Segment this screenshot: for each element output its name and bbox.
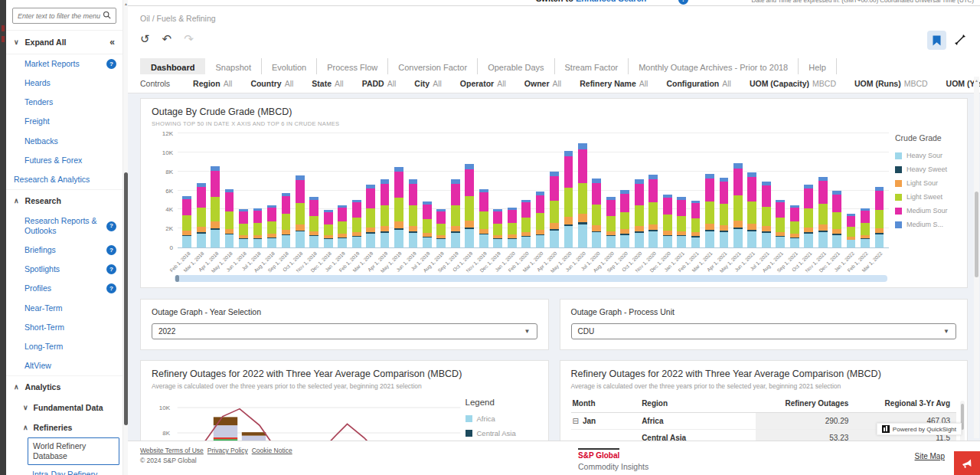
feedback-button[interactable] <box>954 451 980 475</box>
bar-sep-1-2018[interactable]: Sep 1, 2018 <box>279 133 292 247</box>
column-header-regional-3-yr-avg[interactable]: Regional 3-Yr Avg <box>854 396 956 413</box>
bar-nov-1-2020[interactable]: Nov 1, 2020 <box>646 133 660 247</box>
bar-jan-1-2020[interactable]: Jan 1, 2020 <box>505 133 518 247</box>
bar-mar-1-2018[interactable]: Mar 1, 2018 <box>194 133 207 247</box>
bookmark-button[interactable] <box>927 31 946 50</box>
bar-mar-1-2019[interactable]: Mar 1, 2019 <box>364 133 377 247</box>
help-badge-icon[interactable]: ? <box>106 59 116 69</box>
legend-item-central-asia[interactable]: Central Asia <box>466 429 537 437</box>
scroll-up-arrow-icon[interactable]: ▲ <box>123 2 129 6</box>
process-unit-dropdown[interactable]: CDU ▼ <box>571 323 957 339</box>
bar-aug-1-2019[interactable]: Aug 1, 2019 <box>434 133 448 247</box>
filter-region[interactable]: RegionAll <box>193 79 232 88</box>
page-scrollbar-thumb[interactable] <box>975 192 978 277</box>
bar-dec-1-2021[interactable]: Dec 1, 2021 <box>830 133 844 247</box>
sidebar-scrollbar-thumb[interactable] <box>124 172 128 425</box>
bar-apr-1-2020[interactable]: Apr 1, 2020 <box>547 133 561 247</box>
refresh-icon[interactable]: ↺ <box>140 32 150 46</box>
legend-item-africa[interactable]: Africa <box>466 414 537 423</box>
bar-jul-1-2018[interactable]: Jul 1, 2018 <box>250 133 264 247</box>
sidebar-section-refineries[interactable]: ∧Refineries <box>6 418 122 437</box>
sidebar-item-heards[interactable]: Heards <box>6 74 122 93</box>
bar-aug-1-2018[interactable]: Aug 1, 2018 <box>265 133 279 247</box>
legend-item-medium-s-[interactable]: Medium S... <box>895 221 956 228</box>
redo-icon[interactable]: ↷ <box>184 32 194 46</box>
sidebar-item-profiles[interactable]: Profiles? <box>6 279 122 298</box>
bar-dec-1-2019[interactable]: Dec 1, 2019 <box>491 133 505 247</box>
bar-jul-1-2019[interactable]: Jul 1, 2019 <box>420 133 434 247</box>
bar-may-1-2021[interactable]: May 1, 2021 <box>731 133 745 247</box>
bar-apr-1-2019[interactable]: Apr 1, 2019 <box>377 133 391 247</box>
bar-jun-1-2018[interactable]: Jun 1, 2018 <box>237 133 250 247</box>
sidebar-item-freight[interactable]: Freight <box>6 112 122 131</box>
page-scrollbar[interactable]: ▲ <box>974 77 979 438</box>
bar-aug-1-2020[interactable]: Aug 1, 2020 <box>604 133 618 247</box>
legend-item-light-sweet[interactable]: Light Sweet <box>895 193 956 201</box>
sidebar-item-research-reports-outlooks[interactable]: Research Reports & Outlooks? <box>6 211 122 241</box>
column-header-region[interactable]: Region <box>640 396 756 413</box>
bar-feb-1-2021[interactable]: Feb 1, 2021 <box>688 133 702 247</box>
bar-may-1-2019[interactable]: May 1, 2019 <box>392 133 406 247</box>
bar-jan-1-2019[interactable]: Jan 1, 2019 <box>335 133 349 247</box>
bar-jul-1-2020[interactable]: Jul 1, 2020 <box>590 133 603 247</box>
filter-state[interactable]: StateAll <box>312 79 343 88</box>
bar-feb-1-2019[interactable]: Feb 1, 2019 <box>349 133 363 247</box>
help-badge-icon[interactable]: ? <box>106 283 116 293</box>
filter-operator[interactable]: OperatorAll <box>460 79 506 88</box>
column-header-refinery-outages[interactable]: Refinery Outages <box>756 396 854 413</box>
chart-horizontal-scrollbar[interactable] <box>175 275 887 282</box>
bar-sep-1-2020[interactable]: Sep 1, 2020 <box>618 133 632 247</box>
sidebar-item-research-analytics[interactable]: Research & Analytics <box>6 170 122 189</box>
help-badge-icon[interactable]: ? <box>106 264 116 274</box>
bar-feb-1-2022[interactable]: Feb 1, 2022 <box>858 133 872 247</box>
legend-item-heavy-sweet[interactable]: Heavy Sweet <box>895 165 956 173</box>
bar-jun-1-2019[interactable]: Jun 1, 2019 <box>406 133 420 247</box>
switch-enhanced-search[interactable]: Switch to Enhanced Search <box>536 0 646 3</box>
sidebar-item-long-term[interactable]: Long-Term <box>6 337 122 356</box>
chart-scrollbar-handle[interactable] <box>175 275 179 282</box>
filter-padd[interactable]: PADDAll <box>362 79 397 88</box>
bar-oct-1-2020[interactable]: Oct 1, 2020 <box>632 133 646 247</box>
sidebar-item-spotlights[interactable]: Spotlights? <box>6 260 122 279</box>
bar-jun-1-2021[interactable]: Jun 1, 2021 <box>745 133 759 247</box>
menu-filter-input[interactable] <box>18 12 103 20</box>
column-header-month[interactable]: Month <box>571 396 641 413</box>
filter-uom-runs-[interactable]: UOM (Runs)MBCD <box>854 79 928 88</box>
bar-aug-1-2021[interactable]: Aug 1, 2021 <box>773 133 787 247</box>
sidebar-item-short-term[interactable]: Short-Term <box>6 318 122 337</box>
bar-oct-1-2019[interactable]: Oct 1, 2019 <box>462 133 476 247</box>
sidebar-section-research[interactable]: ∧Research <box>6 189 122 211</box>
sidebar-scrollbar[interactable]: ▲ <box>122 0 128 475</box>
legend-item-medium-sour[interactable]: Medium Sour <box>895 207 956 215</box>
info-icon[interactable]: ? <box>678 0 688 5</box>
sidebar-item-near-term[interactable]: Near-Term <box>6 299 122 318</box>
footer-link-cookie-notice[interactable]: Cookie Notice <box>252 447 292 454</box>
sidebar-item-altview[interactable]: AltView <box>6 356 122 375</box>
bar-dec-1-2020[interactable]: Dec 1, 2020 <box>660 133 674 247</box>
footer-link-privacy-policy[interactable]: Privacy Policy <box>207 447 248 454</box>
sidebar-item-futures-forex[interactable]: Futures & Forex <box>6 151 122 170</box>
filter-configuration[interactable]: ConfigurationAll <box>666 79 731 88</box>
bar-sep-1-2021[interactable]: Sep 1, 2021 <box>787 133 801 247</box>
bar-feb-1-2018[interactable]: Feb 1, 2018 <box>180 133 194 247</box>
site-map-link[interactable]: Site Map <box>915 452 945 460</box>
bar-oct-1-2018[interactable]: Oct 1, 2018 <box>293 133 307 247</box>
year-selection-dropdown[interactable]: 2022 ▼ <box>152 323 537 339</box>
bar-nov-1-2019[interactable]: Nov 1, 2019 <box>477 133 491 247</box>
sidebar-section-analytics[interactable]: ∧Analytics <box>6 375 122 398</box>
bar-jun-1-2020[interactable]: Jun 1, 2020 <box>576 133 590 247</box>
legend-item-heavy-sour[interactable]: Heavy Sour <box>895 152 956 159</box>
help-badge-icon[interactable]: ? <box>106 221 116 231</box>
bar-mar-1-2020[interactable]: Mar 1, 2020 <box>533 133 547 247</box>
bar-oct-1-2021[interactable]: Oct 1, 2021 <box>802 133 815 247</box>
bar-jan-1-2021[interactable]: Jan 1, 2021 <box>675 133 688 247</box>
bar-jan-1-2022[interactable]: Jan 1, 2022 <box>844 133 858 247</box>
collapse-sidebar-icon[interactable]: « <box>109 37 115 48</box>
fullscreen-button[interactable] <box>952 33 968 48</box>
sidebar-item-intra-day-refinery-outages[interactable]: Intra-Day Refinery Outages <box>6 465 122 475</box>
bar-feb-1-2020[interactable]: Feb 1, 2020 <box>519 133 533 247</box>
bar-nov-1-2021[interactable]: Nov 1, 2021 <box>815 133 829 247</box>
bar-apr-1-2018[interactable]: Apr 1, 2018 <box>208 133 222 247</box>
filter-owner[interactable]: OwnerAll <box>524 79 561 88</box>
menu-filter-box[interactable] <box>12 8 116 24</box>
